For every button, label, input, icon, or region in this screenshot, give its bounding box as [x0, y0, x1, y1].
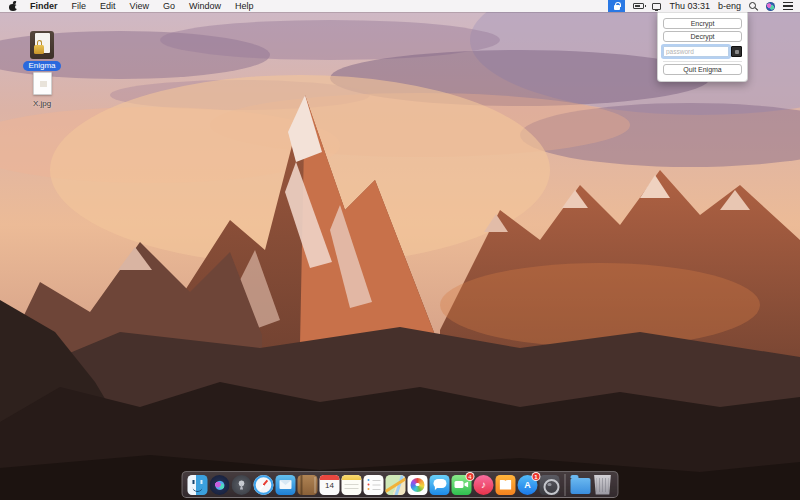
decrypt-button[interactable]: Decrypt	[663, 31, 742, 42]
dock-safari-icon[interactable]	[254, 475, 274, 495]
notification-center-icon[interactable]	[783, 2, 793, 10]
dock-notes-icon[interactable]	[342, 475, 362, 495]
display-icon[interactable]	[652, 3, 661, 10]
enigma-app-icon	[30, 31, 54, 59]
menubar-status-area: Thu 03:31 b-eng	[608, 0, 800, 12]
password-input[interactable]	[663, 46, 729, 57]
menu-window[interactable]: Window	[182, 0, 228, 12]
password-row	[663, 46, 742, 57]
dock-launchpad-icon[interactable]	[232, 475, 252, 495]
dock-reminders-icon[interactable]	[364, 475, 384, 495]
dock-facetime-icon[interactable]: 4	[452, 475, 472, 495]
menu-edit[interactable]: Edit	[93, 0, 123, 12]
battery-icon[interactable]	[633, 3, 644, 9]
menu-app-name[interactable]: Finder	[23, 0, 65, 12]
desktop-icon-enigma[interactable]: Enigma	[22, 31, 62, 71]
key-icon[interactable]	[731, 46, 742, 57]
notification-badge: 1	[532, 472, 541, 481]
dock-downloads-folder-icon[interactable]	[571, 478, 591, 494]
desktop-icon-label: Enigma	[23, 61, 60, 71]
notification-badge: 4	[466, 472, 475, 481]
apple-menu-icon[interactable]	[9, 2, 17, 11]
dock-finder-icon[interactable]	[188, 475, 208, 495]
macos-desktop: Finder File Edit View Go Window Help Thu…	[0, 0, 800, 500]
dock-itunes-icon[interactable]: ♪	[474, 475, 494, 495]
dock-system-preferences-icon[interactable]	[540, 475, 560, 495]
dock: 14 4 ♪ A 1	[182, 471, 619, 498]
dock-siri-icon[interactable]	[210, 475, 230, 495]
spotlight-search-icon[interactable]	[749, 2, 758, 11]
menu-file[interactable]: File	[65, 0, 94, 12]
siri-icon[interactable]	[766, 2, 775, 11]
menu-view[interactable]: View	[123, 0, 156, 12]
calendar-header	[320, 475, 340, 481]
enigma-lock-menubar-icon[interactable]	[608, 0, 625, 12]
menubar-username[interactable]: b-eng	[718, 1, 741, 11]
calendar-day: 14	[320, 481, 340, 490]
appstore-glyph: A	[524, 480, 531, 490]
dock-separator	[565, 474, 566, 496]
menubar-clock[interactable]: Thu 03:31	[669, 1, 710, 11]
enigma-menu-panel: Encrypt Decrypt Quit Enigma	[657, 12, 748, 82]
quit-enigma-button[interactable]: Quit Enigma	[663, 64, 742, 75]
menu-go[interactable]: Go	[156, 0, 182, 12]
dock-mail-icon[interactable]	[276, 475, 296, 495]
dock-calendar-icon[interactable]: 14	[320, 475, 340, 495]
dock-messages-icon[interactable]	[430, 475, 450, 495]
panel-separator	[663, 61, 742, 62]
dock-appstore-icon[interactable]: A 1	[518, 475, 538, 495]
menu-help[interactable]: Help	[228, 0, 261, 12]
dock-ibooks-icon[interactable]	[496, 475, 516, 495]
dock-maps-icon[interactable]	[386, 475, 406, 495]
desktop-icon-file[interactable]: X.jpg	[22, 72, 62, 108]
dock-photos-icon[interactable]	[408, 475, 428, 495]
document-icon	[33, 72, 52, 95]
dock-trash-icon[interactable]	[593, 475, 613, 495]
encrypt-button[interactable]: Encrypt	[663, 18, 742, 29]
desktop-icon-label: X.jpg	[33, 99, 51, 108]
dock-contacts-icon[interactable]	[298, 475, 318, 495]
menu-bar: Finder File Edit View Go Window Help Thu…	[0, 0, 800, 12]
